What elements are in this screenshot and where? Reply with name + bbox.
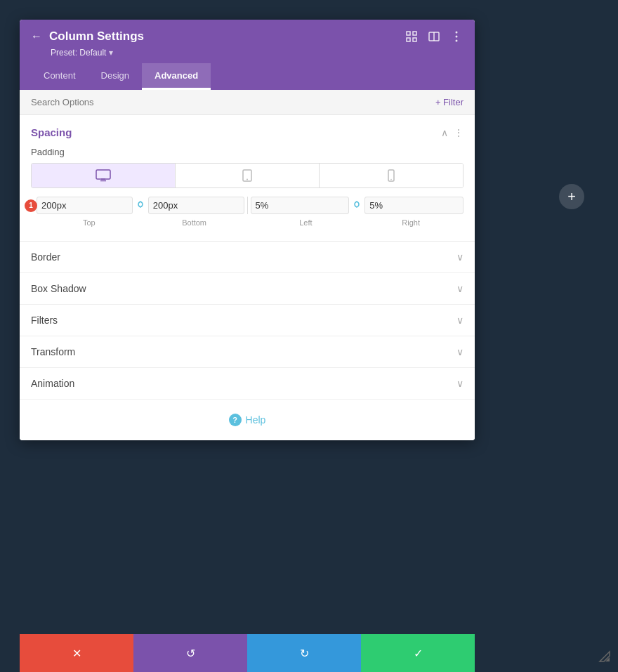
padding-inputs-row: 1 xyxy=(31,197,464,214)
cancel-icon: ✕ xyxy=(72,647,81,660)
animation-section[interactable]: Animation ∨ xyxy=(20,368,475,400)
svg-rect-1 xyxy=(413,32,416,35)
tab-bar: Content Design Advanced xyxy=(31,63,464,90)
left-right-labels: Left Right xyxy=(254,218,464,227)
panel-preset: Preset: Default ▾ xyxy=(51,48,464,58)
save-button[interactable]: ✓ xyxy=(361,634,475,672)
cancel-button[interactable]: ✕ xyxy=(20,634,133,672)
animation-chevron: ∨ xyxy=(456,378,464,389)
right-padding-input[interactable] xyxy=(369,200,408,211)
svg-rect-0 xyxy=(407,32,410,35)
top-label: Top xyxy=(37,218,142,227)
step-badge: 1 xyxy=(25,199,37,212)
filters-section[interactable]: Filters ∨ xyxy=(20,305,475,336)
spacing-section: Spacing ∧ ⋮ Padding xyxy=(20,115,475,242)
panel-header-top: ← Column Settings xyxy=(31,29,464,44)
device-tabs xyxy=(31,163,464,188)
footer-bar: ✕ ↺ ↻ ✓ xyxy=(20,634,475,672)
svg-rect-2 xyxy=(407,38,410,41)
more-options-icon[interactable] xyxy=(449,29,464,44)
svg-rect-9 xyxy=(96,170,110,179)
svg-point-15 xyxy=(390,179,392,180)
panel-header: ← Column Settings xyxy=(20,20,475,90)
panel-title: Column Settings xyxy=(49,29,144,44)
svg-point-13 xyxy=(246,179,248,180)
top-bottom-link-icon[interactable] xyxy=(136,199,145,211)
reset-button[interactable]: ↺ xyxy=(133,634,247,672)
top-padding-input[interactable] xyxy=(41,200,80,211)
left-label: Left xyxy=(254,218,359,227)
search-input[interactable] xyxy=(31,97,171,107)
tab-content[interactable]: Content xyxy=(31,63,88,90)
border-section[interactable]: Border ∨ xyxy=(20,242,475,273)
transform-title: Transform xyxy=(31,346,75,357)
redo-icon: ↻ xyxy=(300,647,309,660)
border-chevron: ∨ xyxy=(456,251,464,263)
svg-rect-3 xyxy=(413,38,416,41)
bottom-padding-input-wrap xyxy=(148,197,244,214)
filters-chevron: ∨ xyxy=(456,315,464,326)
box-shadow-chevron: ∨ xyxy=(456,283,464,294)
help-area: ? Help xyxy=(20,400,475,440)
device-tab-desktop[interactable] xyxy=(32,164,176,187)
spacing-section-controls: ∧ ⋮ xyxy=(441,127,464,138)
top-padding-input-wrap xyxy=(37,197,133,214)
add-element-button[interactable]: + xyxy=(559,184,584,209)
spacing-section-header: Spacing ∧ ⋮ xyxy=(31,126,464,138)
tab-advanced[interactable]: Advanced xyxy=(142,63,211,90)
svg-point-8 xyxy=(456,40,458,42)
spacing-collapse-icon[interactable]: ∧ xyxy=(441,127,448,138)
bottom-padding-input[interactable] xyxy=(153,200,192,211)
filter-button[interactable]: + Filter xyxy=(435,97,464,107)
border-title: Border xyxy=(31,251,60,263)
back-icon[interactable]: ← xyxy=(31,30,42,43)
help-label: Help xyxy=(246,414,266,426)
box-shadow-title: Box Shadow xyxy=(31,283,86,294)
transform-section[interactable]: Transform ∨ xyxy=(20,336,475,368)
bottom-label: Bottom xyxy=(142,218,247,227)
tab-design[interactable]: Design xyxy=(88,63,142,90)
filters-title: Filters xyxy=(31,315,58,326)
left-right-link-icon[interactable] xyxy=(352,199,362,211)
spacing-section-title: Spacing xyxy=(31,126,72,138)
padding-divider xyxy=(247,197,248,214)
split-view-icon[interactable] xyxy=(427,29,441,44)
right-label: Right xyxy=(358,218,464,227)
device-tab-tablet[interactable] xyxy=(176,164,320,187)
left-padding-input[interactable] xyxy=(256,200,294,211)
device-tab-mobile[interactable] xyxy=(320,164,463,187)
animation-title: Animation xyxy=(31,378,74,389)
bottom-right-icon xyxy=(598,650,611,665)
save-icon: ✓ xyxy=(414,647,423,660)
padding-labels-row: Top Bottom Left Right xyxy=(31,218,464,227)
right-padding-input-wrap xyxy=(364,197,464,214)
padding-label: Padding xyxy=(31,147,464,157)
header-icons xyxy=(405,29,464,44)
top-bottom-labels: Top Bottom xyxy=(37,218,247,227)
svg-point-7 xyxy=(456,36,458,38)
box-shadow-section[interactable]: Box Shadow ∨ xyxy=(20,273,475,305)
spacing-more-icon[interactable]: ⋮ xyxy=(454,127,464,138)
panel-body: Spacing ∧ ⋮ Padding xyxy=(20,115,475,440)
reset-icon: ↺ xyxy=(186,647,195,660)
panel-title-group: ← Column Settings xyxy=(31,29,144,44)
svg-point-6 xyxy=(456,32,458,34)
column-settings-panel: ← Column Settings xyxy=(20,20,475,440)
redo-button[interactable]: ↻ xyxy=(247,634,361,672)
fullscreen-icon[interactable] xyxy=(405,29,419,44)
search-bar: + Filter xyxy=(20,90,475,115)
help-icon: ? xyxy=(229,414,242,426)
help-button[interactable]: ? Help xyxy=(229,414,266,426)
transform-chevron: ∨ xyxy=(456,346,464,357)
left-padding-input-wrap xyxy=(251,197,350,214)
